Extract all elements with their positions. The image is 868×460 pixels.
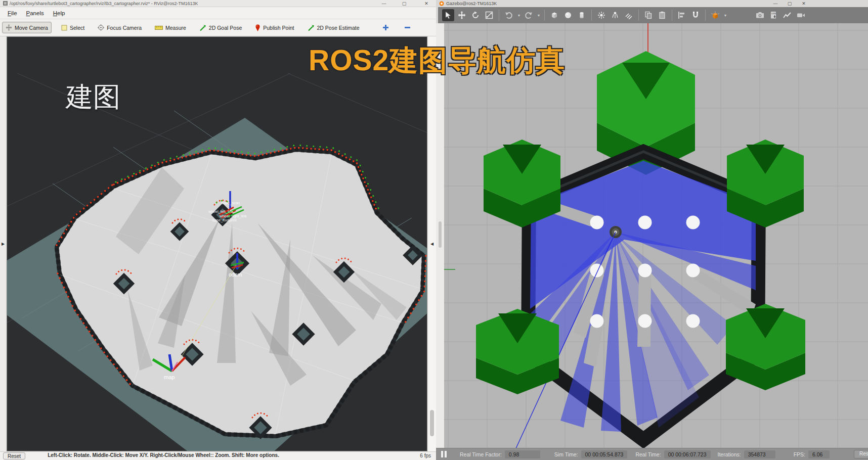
pose-estimate-arrow-icon <box>308 24 315 31</box>
menu-help[interactable]: Help <box>49 9 70 18</box>
rviz-window-title: /opt/ros/foxy/share/turtlebot3_cartograp… <box>10 1 198 6</box>
camera-icon <box>756 11 764 19</box>
publish-point-pin-icon <box>255 24 261 31</box>
gazebo-scene <box>436 23 868 448</box>
undo-history-caret[interactable]: ▼ <box>516 9 522 21</box>
tool-measure[interactable]: Measure <box>151 22 190 33</box>
directional-light-tool[interactable] <box>623 9 635 21</box>
translate-tool[interactable] <box>456 9 468 21</box>
record-video-button[interactable] <box>795 9 807 21</box>
panel-drag-handle[interactable] <box>439 221 442 248</box>
gazebo-minimize-button[interactable]: — <box>771 0 780 7</box>
rviz-titlebar[interactable]: /opt/ros/foxy/share/turtlebot3_cartograp… <box>0 0 436 7</box>
real-time-value: 00 00:06:07.723 <box>664 450 711 458</box>
svg-text:base_scan: base_scan <box>222 201 240 205</box>
plot-button[interactable] <box>781 9 793 21</box>
log-file-icon: LOG <box>769 11 777 19</box>
paste-button[interactable] <box>656 9 668 21</box>
select-arrow-tool[interactable] <box>442 9 454 21</box>
tool-2d-pose-estimate[interactable]: 2D Pose Estimate <box>304 22 363 34</box>
rviz-app-icon <box>3 1 8 6</box>
focus-camera-icon <box>98 24 104 31</box>
move-camera-icon <box>6 24 12 31</box>
tool-focus-camera[interactable]: Focus Camera <box>94 22 145 33</box>
green-pillar-lower-right <box>726 304 805 390</box>
gazebo-toolbar: ▼ ▼ <box>438 7 868 23</box>
video-camera-icon <box>797 11 805 19</box>
toolbar-separator <box>672 10 672 21</box>
redo-history-caret[interactable]: ▼ <box>536 9 541 21</box>
rviz-right-panel-collapsed[interactable]: ◀ <box>427 36 436 451</box>
log-recording-button[interactable]: LOG <box>767 9 779 21</box>
map-caption: 建图 <box>66 79 120 116</box>
translate-icon <box>458 11 466 19</box>
spot-light-tool[interactable] <box>609 9 621 21</box>
menu-panels[interactable]: Panels <box>22 9 49 18</box>
svg-text:wheel_left_link: wheel_left_link <box>208 209 233 214</box>
green-pillar-upper-left <box>484 140 560 227</box>
banner-title: ROS2建图导航仿真 <box>309 41 565 80</box>
green-pillar-upper-right <box>727 140 804 227</box>
menu-file[interactable]: File <box>3 9 22 18</box>
tool-label: 2D Pose Estimate <box>317 25 360 31</box>
point-light-tool[interactable] <box>595 9 607 21</box>
rviz-statusbar: Reset Left-Click: Rotate. Middle-Click: … <box>0 451 436 460</box>
align-tool[interactable] <box>676 9 688 21</box>
tool-2d-goal-pose[interactable]: 2D Goal Pose <box>196 22 245 34</box>
snap-tool[interactable] <box>689 9 702 21</box>
insert-cylinder-tool[interactable] <box>576 9 588 21</box>
tool-move-camera[interactable]: Move Camera <box>2 22 52 33</box>
pause-button[interactable] <box>441 451 447 457</box>
tool-label: Focus Camera <box>107 25 142 31</box>
gazebo-3d-viewport[interactable] <box>436 23 868 448</box>
fps-label: FPS: <box>794 451 805 457</box>
change-view-tool[interactable] <box>709 9 721 21</box>
insert-sphere-tool[interactable] <box>562 9 574 21</box>
redo-button[interactable] <box>523 9 535 21</box>
copy-button[interactable] <box>642 9 655 21</box>
rviz-close-button[interactable]: ✕ <box>422 0 431 7</box>
rviz-minimize-button[interactable]: — <box>379 0 388 7</box>
scale-tool[interactable] <box>483 9 495 21</box>
toolbar-separator <box>705 10 706 21</box>
cylinder-icon <box>578 11 586 19</box>
svg-text:odom: odom <box>229 271 242 278</box>
green-pillar-lower-left <box>476 309 559 394</box>
gazebo-close-button[interactable]: ✕ <box>799 0 808 7</box>
tool-label: Select <box>70 25 84 31</box>
reset-button[interactable]: Reset <box>3 452 25 459</box>
goal-pose-arrow-icon <box>199 24 206 31</box>
magnet-icon <box>691 11 700 19</box>
tool-select[interactable]: Select <box>58 22 88 33</box>
rotate-tool[interactable] <box>469 9 482 21</box>
rotate-icon <box>471 11 480 19</box>
rtf-value: 0.98 <box>505 450 540 458</box>
remove-tool-button[interactable] <box>404 24 411 31</box>
tool-label: Publish Point <box>263 25 294 31</box>
rviz-maximize-button[interactable]: ▢ <box>400 0 409 7</box>
rviz-left-panel-collapsed[interactable]: ▶ <box>0 36 7 451</box>
view-caret[interactable]: ▼ <box>723 9 728 21</box>
iterations-label: Iterations: <box>718 451 741 457</box>
tool-publish-point[interactable]: Publish Point <box>251 22 297 34</box>
measure-icon <box>155 25 163 30</box>
view-cube-icon <box>711 11 720 20</box>
scrollbar-thumb[interactable] <box>430 410 434 436</box>
fps-value: 6.06 <box>808 450 830 458</box>
iterations-value: 354873 <box>744 450 775 458</box>
undo-icon <box>505 11 513 19</box>
redo-icon <box>525 11 533 19</box>
gazebo-maximize-button[interactable]: ▢ <box>785 0 794 7</box>
expand-left-icon[interactable]: ◀ <box>430 242 433 246</box>
insert-box-tool[interactable] <box>548 9 560 21</box>
screenshot-button[interactable] <box>754 9 766 21</box>
sim-time-label: Sim Time: <box>554 451 578 457</box>
select-icon <box>61 25 67 31</box>
expand-right-icon[interactable]: ▶ <box>2 242 5 246</box>
sphere-icon <box>564 11 572 19</box>
undo-button[interactable] <box>503 9 515 21</box>
gazebo-statusbar: Real Time Factor: 0.98 Sim Time: 00 00:0… <box>436 448 868 460</box>
minus-icon <box>404 24 411 31</box>
add-tool-button[interactable] <box>382 24 389 31</box>
gazebo-reset-button[interactable]: Reset <box>854 450 868 458</box>
